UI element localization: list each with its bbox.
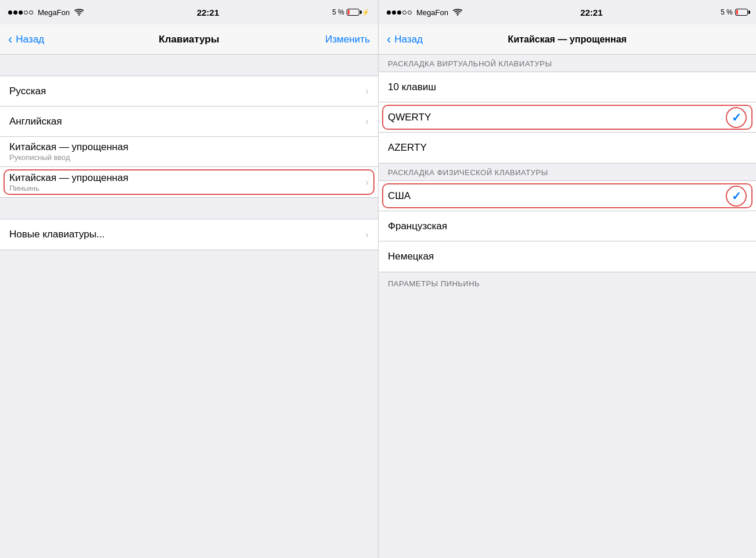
row-chinese-hw-label: Китайская — упрощенная xyxy=(9,141,369,153)
section-virtual-header: Раскладка виртуальной клавиатуры xyxy=(379,55,756,72)
time-2: 22:21 xyxy=(580,8,602,17)
row-german-label: Немецкая xyxy=(388,251,747,262)
wifi-icon-1 xyxy=(74,9,84,16)
dot5 xyxy=(29,10,33,15)
row-qwerty-label: QWERTY xyxy=(388,112,726,123)
keyboards-list: Русская › Английская › Китайская — упрощ… xyxy=(0,76,378,198)
content-2: Раскладка виртуальной клавиатуры 10 клав… xyxy=(379,55,756,558)
row-chinese-py-sublabel: Пиньинь xyxy=(9,184,361,193)
row-english-label: Английская xyxy=(9,116,361,127)
battery-body-2 xyxy=(735,9,748,16)
carrier-signal-2: MegaFon xyxy=(387,8,462,17)
battery-body-1 xyxy=(347,9,359,16)
row-chinese-pinyin[interactable]: Китайская — упрощенная Пиньинь › xyxy=(0,167,378,197)
dot4-2 xyxy=(402,10,406,15)
carrier-name-1: MegaFon xyxy=(38,8,70,17)
row-10keys[interactable]: 10 клавиш xyxy=(379,72,756,102)
row-chinese-py-chevron: › xyxy=(365,176,369,189)
content-1: Русская › Английская › Китайская — упрощ… xyxy=(0,55,378,558)
row-usa-label: США xyxy=(388,190,726,202)
row-chinese-py-label: Китайская — упрощенная xyxy=(9,172,361,184)
row-russian-chevron: › xyxy=(365,85,369,97)
battery-pct-1: 5 % xyxy=(332,8,344,16)
section-physical-header: Раскладка физической клавиатуры xyxy=(379,164,756,180)
row-10keys-label: 10 клавиш xyxy=(388,81,747,93)
signal-dots-1 xyxy=(8,10,33,15)
row-russian[interactable]: Русская › xyxy=(0,76,378,106)
back-button-1[interactable]: ‹ Назад xyxy=(8,33,44,46)
row-english-chevron: › xyxy=(365,115,369,127)
panel-chinese-settings: MegaFon 22:21 5 % ‹ Назад Китайская — уп… xyxy=(378,0,756,558)
row-azerty-label: AZERTY xyxy=(388,142,747,154)
nav-bar-2: ‹ Назад Китайская — упрощенная xyxy=(379,24,756,55)
row-french-label: Французская xyxy=(388,221,747,232)
back-label-2: Назад xyxy=(394,34,423,45)
dot2 xyxy=(13,10,17,15)
dot3-2 xyxy=(397,10,401,15)
dot3 xyxy=(19,10,23,15)
nav-action-1[interactable]: Изменить xyxy=(325,34,370,45)
nav-bar-1: ‹ Назад Клавиатуры Изменить xyxy=(0,24,378,55)
battery-pct-2: 5 % xyxy=(721,8,733,16)
checkmark-qwerty: ✓ xyxy=(726,107,747,128)
carrier-signal-1: MegaFon xyxy=(8,8,84,17)
battery-fill-1 xyxy=(348,10,350,15)
battery-fill-2 xyxy=(736,10,738,15)
checkmark-usa: ✓ xyxy=(726,186,747,207)
status-bar-1: MegaFon 22:21 5 % ⚡ xyxy=(0,0,378,24)
physical-keyboard-section: США ✓ Французская Немецкая xyxy=(379,180,756,272)
row-chinese-handwriting[interactable]: Китайская — упрощенная Рукописный ввод xyxy=(0,137,378,167)
dot1 xyxy=(8,10,12,15)
row-usa[interactable]: США ✓ xyxy=(379,181,756,211)
add-keyboards-chevron: › xyxy=(365,229,369,241)
add-keyboards-label: Новые клавиатуры... xyxy=(9,229,361,240)
wifi-icon-2 xyxy=(453,9,462,16)
carrier-name-2: MegaFon xyxy=(416,8,448,17)
signal-dots-2 xyxy=(387,10,412,15)
spacer-top-1 xyxy=(0,55,378,76)
status-bar-2: MegaFon 22:21 5 % xyxy=(379,0,756,24)
dot2-2 xyxy=(392,10,396,15)
section-params-header: Параметры Пиньинь xyxy=(379,275,756,292)
nav-title-1: Клавиатуры xyxy=(159,34,219,45)
checkmark-usa-icon: ✓ xyxy=(732,189,741,203)
spacer-mid-1 xyxy=(0,198,378,219)
row-french[interactable]: Французская xyxy=(379,211,756,241)
row-english[interactable]: Английская › xyxy=(0,106,378,137)
dot5-2 xyxy=(408,10,412,15)
panel-keyboards: MegaFon 22:21 5 % ⚡ ‹ Назад Клавиатуры И… xyxy=(0,0,378,558)
charging-bolt-1: ⚡ xyxy=(362,9,370,16)
row-russian-label: Русская xyxy=(9,86,361,97)
back-chevron-2: ‹ xyxy=(387,33,391,46)
dot1-2 xyxy=(387,10,391,15)
checkmark-qwerty-icon: ✓ xyxy=(732,111,741,125)
dot4 xyxy=(24,10,28,15)
row-qwerty[interactable]: QWERTY ✓ xyxy=(379,102,756,133)
row-chinese-hw-sublabel: Рукописный ввод xyxy=(9,153,369,162)
row-add-keyboards[interactable]: Новые клавиатуры... › xyxy=(0,219,378,250)
row-azerty[interactable]: AZERTY xyxy=(379,133,756,163)
virtual-keyboard-section: 10 клавиш QWERTY ✓ AZERTY xyxy=(379,72,756,164)
back-chevron-1: ‹ xyxy=(8,33,12,46)
back-label-1: Назад xyxy=(16,34,44,45)
battery-area-2: 5 % xyxy=(721,8,748,16)
row-german[interactable]: Немецкая xyxy=(379,241,756,272)
battery-area-1: 5 % ⚡ xyxy=(332,8,370,16)
add-keyboards-section: Новые клавиатуры... › xyxy=(0,219,378,250)
time-1: 22:21 xyxy=(197,8,219,17)
back-button-2[interactable]: ‹ Назад xyxy=(387,33,423,46)
nav-title-2: Китайская — упрощенная xyxy=(508,34,626,45)
